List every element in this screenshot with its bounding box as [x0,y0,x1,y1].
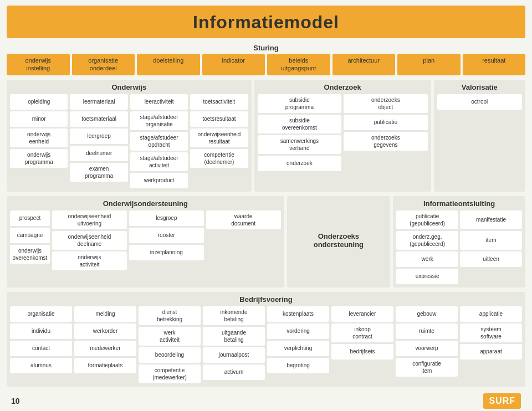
cell-uitgaande-betaling: uitgaandebetaling [203,327,265,346]
cell-leeractiviteit: leeractiviteit [130,94,188,110]
cell-leergroep: leergroep [70,129,127,144]
cell-onderwijs-eenheid: onderwijseenheid [10,129,68,147]
cell-onderwijs-programma: onderwijsprogramma [10,149,68,168]
cell-dienst-betrekking: dienstbetrekking [139,306,201,325]
cell-onderwijseenheid-uitvoering: onderwijseenheiduitvoering [52,210,127,229]
cell-begroting: begroting [267,358,329,373]
cell-stage-opdracht: stage/afstudeeropdracht [130,132,188,151]
cell-formatieplaats: formatieplaats [74,358,136,373]
cell-uitleen: uitleen [460,251,522,267]
onderwijs-cols: opleiding minor onderwijseenheid onderwi… [10,94,248,188]
valorisatie-section: Valorisatie octrooi [434,80,525,192]
cell-campagne: campagne [10,228,50,243]
bedrijfsvoering-title: Bedrijfsvoering [10,295,522,304]
onderwijs-ondersteuning-section: Onderwijsondersteuning prospect campagne… [7,196,284,287]
sturing-onderwijs-instelling: onderwijsinstelling [7,54,70,75]
cell-individu: individu [10,323,72,339]
bottom-support: Onderwijsondersteuning prospect campagne… [7,196,525,287]
sturing-doelstelling: doelstelling [137,54,200,75]
onderzoek-col1: subsidieprogramma subsidieovereenkomst s… [258,94,341,171]
cell-onderwijs-overeenkomst: onderwijsovereenkomst [10,245,50,264]
cell-organisatie: organisatie [10,306,72,322]
onderwijs-col4: toetsactiviteit toetsresultaat onderwijs… [190,94,248,188]
cell-toetsresultaat: toetsresultaat [190,111,248,127]
cell-subsidie-overeenkomst: subsidieovereenkomst [258,115,341,133]
bedrijfsvoering-cols: organisatie individu contact alumnus mel… [10,306,522,383]
cell-stage-activiteit: stage/afstudeeractiviteit [130,152,188,171]
bedrijfsvoering-col6: leverancier inkoopcontract bedrijfseis [331,306,393,383]
cell-expressie: expressie [396,269,458,284]
sturing-section: Sturing onderwijsinstelling organisatieo… [7,44,525,75]
bedrijfsvoering-col3: dienstbetrekking werkactiviteit beoordel… [139,306,201,383]
sturing-label: Sturing [7,44,525,52]
page-title: Informatiemodel [7,12,525,33]
cell-werkorder: werkorder [74,323,136,339]
bedrijfsvoering-col5: kostenplaats vordering verplichting begr… [267,306,329,383]
cell-prospect: prospect [10,210,50,226]
cell-onderzoeks-object: onderzoeksobject [344,94,427,113]
cell-deelnemer: deelnemer [70,146,127,161]
onderwijs-support-col1: onderwijseenheiduitvoering onderwijseenh… [52,210,127,270]
cell-toetsmateriaal: toetsmateriaal [70,111,127,127]
cell-competentie-medewerker: competentie(medewerker) [139,364,201,383]
valorisatie-title: Valorisatie [437,83,522,91]
cell-opleiding: opleiding [10,94,68,110]
cell-werkproduct: werkproduct [130,173,188,188]
bedrijfsvoering-col4: inkomendebetaling uitgaandebetaling jour… [203,306,265,383]
cell-onderwijseenheid-deelname: onderwijseenheiddeelname [52,231,127,250]
sturing-architectuur: architectuur [332,54,396,75]
cell-item: item [460,231,522,250]
onderzoek-title: Onderzoek [258,83,428,91]
onderwijs-col1: opleiding minor onderwijseenheid onderwi… [10,94,68,188]
onderwijs-ondersteuning-title: Onderwijsondersteuning [10,199,281,208]
onderwijs-support-col2: lesgroep rooster inzetplanning [129,210,204,270]
onderzoek-cols: subsidieprogramma subsidieovereenkomst s… [258,94,428,171]
informatieontsluiting-section: Informatieontsluiting publicatie(gepubli… [393,196,525,287]
sturing-indicator: indicator [202,54,265,75]
cell-octrooi: octrooi [437,94,522,110]
cell-onderwijseenheid-resultaat: onderwijseenheidresultaat [190,129,248,147]
cell-melding: melding [74,306,136,322]
cell-vordering: vordering [267,323,329,339]
cell-journaalpost: journaalpost [203,347,265,363]
onderwijs-section: Onderwijs opleiding minor onderwijseenhe… [7,80,252,192]
cell-werk: werk [396,251,458,267]
page: Informatiemodel Sturing onderwijsinstell… [0,0,532,411]
onderwijs-support-col3: waardedocument [206,210,281,270]
cell-onderzoeks-gegevens: onderzoeksgegevens [344,132,427,151]
cell-voorwerp: voorwerp [396,341,458,356]
cell-samenwerkings-verband: samenwerkingsverband [258,135,341,154]
cell-stage-organisatie: stage/afstudeerorganisatie [130,111,188,130]
bedrijfsvoering-section: Bedrijfsvoering organisatie individu con… [7,292,525,387]
sturing-plan: plan [397,54,461,75]
bedrijfsvoering-col7: gebouw ruimte voorwerp configuratieitem [396,306,458,383]
cell-inkomende-betaling: inkomendebetaling [203,306,265,325]
sturing-beleids-uitgangspunt: beleidsuitgangspunt [267,54,330,75]
cell-publicatie-gepubliceerd: publicatie(gepubliceerd) [396,210,458,229]
cell-leermateriaal: leermateriaal [70,94,127,110]
cell-gebouw: gebouw [396,306,458,322]
cell-waarde-document: waardedocument [206,210,281,229]
onderwijs-title: Onderwijs [10,83,248,91]
cell-beoordeling: beoordeling [139,347,201,363]
cell-ruimte: ruimte [396,323,458,339]
cell-alumnus: alumnus [10,358,72,373]
bedrijfsvoering-col2: melding werkorder medewerker formatiepla… [74,306,136,383]
sturing-organisatie-onderdeel: organisatieonderdeel [72,54,135,75]
cell-inzetplanning: inzetplanning [129,245,204,260]
onderwijs-col3: leeractiviteit stage/afstudeerorganisati… [130,94,188,188]
sturing-row: onderwijsinstelling organisatieonderdeel… [7,54,525,75]
bedrijfsvoering-col1: organisatie individu contact alumnus [10,306,72,383]
cell-manifestatie: manifestatie [460,210,522,229]
title-bar: Informatiemodel [7,6,525,38]
cell-rooster: rooster [129,228,204,243]
cell-configuratie-item: configuratieitem [396,358,458,377]
cell-werk-activiteit: werkactiviteit [139,327,201,346]
cell-applicatie: applicatie [460,306,522,322]
onderwijs-support-left: prospect campagne onderwijsovereenkomst [10,210,50,270]
cell-kostenplaats: kostenplaats [267,306,329,322]
cell-inkoop-contract: inkoopcontract [331,323,393,342]
onderwijs-ondersteuning-inner: prospect campagne onderwijsovereenkomst … [10,210,281,270]
cell-systeem-software: systeemsoftware [460,323,522,342]
informatieontsluiting-title: Informatieontsluiting [396,199,522,208]
